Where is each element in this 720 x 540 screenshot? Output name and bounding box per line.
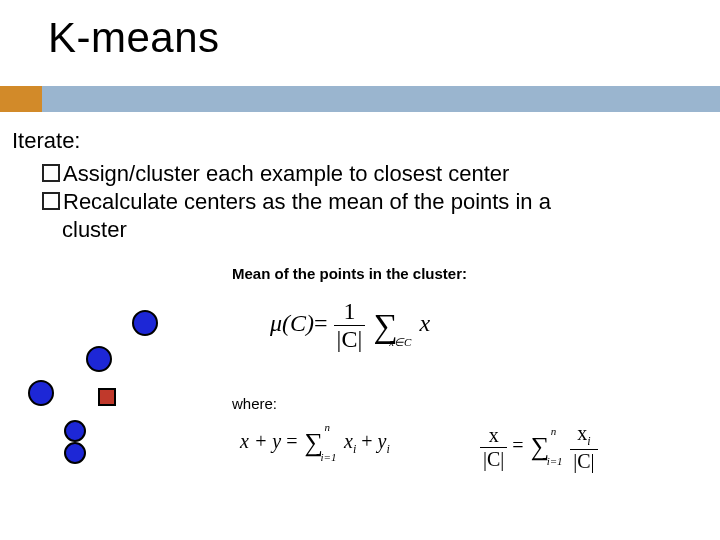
bullet-2-rest: centers as the mean of the points in a xyxy=(178,189,551,214)
checkbox-icon xyxy=(42,192,60,210)
sigma-icon: ∑ni=1 xyxy=(531,438,550,456)
avg-rhs-x: x xyxy=(577,422,587,444)
avg-lhs-den: |C| xyxy=(480,448,507,471)
bullet-2-lead: Recalculate xyxy=(63,189,178,214)
mean-caption: Mean of the points in the cluster: xyxy=(232,265,467,282)
cluster-diagram xyxy=(20,302,190,472)
vs-plus: + xyxy=(361,430,377,452)
equals: = xyxy=(512,434,528,456)
mu-lhs: μ(C) xyxy=(270,310,314,336)
data-point-dot xyxy=(64,442,86,464)
bullet-2: Recalculate centers as the mean of the p… xyxy=(42,188,708,216)
centroid-square xyxy=(98,388,116,406)
equals: = xyxy=(314,310,328,336)
bullet-1-lead: Assign/cluster xyxy=(63,161,200,186)
equals: = xyxy=(281,430,302,452)
vs-lhs: x + y xyxy=(240,430,281,452)
avg-sup: n xyxy=(551,428,557,436)
slide-title: K-means xyxy=(48,14,220,62)
sigma-icon: ∑ni=1 xyxy=(305,434,324,452)
mu-frac-num: 1 xyxy=(334,298,366,326)
checkbox-icon xyxy=(42,164,60,182)
avg-rhs-xsub: i xyxy=(587,434,590,448)
accent-left-block xyxy=(0,86,42,112)
mu-frac-den: |C| xyxy=(334,326,366,353)
mu-sum-body: x xyxy=(419,310,430,336)
bullet-2-line2: cluster xyxy=(62,216,708,244)
sigma-icon: ∑x∈C xyxy=(373,314,397,338)
data-point-dot xyxy=(86,346,112,372)
vs-xa-sub: i xyxy=(353,442,356,456)
vs-yb-sub: i xyxy=(386,442,389,456)
avg-sub: i=1 xyxy=(547,458,563,466)
formula-vecsum: x + y = ∑ni=1 xi + yi xyxy=(240,430,430,476)
data-point-dot xyxy=(28,380,54,406)
mu-sum-sub: x∈C xyxy=(389,339,411,347)
vs-xa: x xyxy=(344,430,353,452)
body: Iterate: Assign/cluster each example to … xyxy=(12,128,708,244)
bullet-1: Assign/cluster each example to closest c… xyxy=(42,160,708,188)
slide: K-means Iterate: Assign/cluster each exa… xyxy=(0,0,720,540)
avg-lhs-num: x xyxy=(480,424,507,448)
iterate-label: Iterate: xyxy=(12,128,708,154)
avg-rhs-frac: xi |C| xyxy=(570,422,597,473)
where-label: where: xyxy=(232,395,277,412)
accent-bar xyxy=(0,86,720,112)
avg-rhs-den: |C| xyxy=(570,450,597,473)
bullet-1-rest: each example to closest center xyxy=(200,161,509,186)
avg-rhs-num: xi xyxy=(570,422,597,450)
mu-frac: 1 |C| xyxy=(334,298,366,353)
vs-sub: i=1 xyxy=(321,454,337,462)
formula-mean: μ(C)= 1 |C| ∑x∈C x xyxy=(270,298,480,358)
data-point-dot xyxy=(64,420,86,442)
bullet-list: Assign/cluster each example to closest c… xyxy=(42,160,708,244)
avg-lhs-frac: x |C| xyxy=(480,424,507,471)
data-point-dot xyxy=(132,310,158,336)
formula-avg: x |C| = ∑ni=1 xi |C| xyxy=(480,422,650,478)
vs-sup: n xyxy=(325,424,331,432)
